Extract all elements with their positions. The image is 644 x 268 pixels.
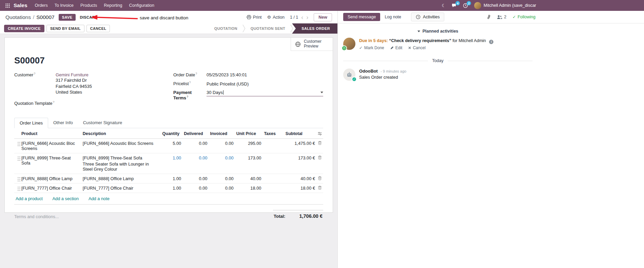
delete-row-icon[interactable] bbox=[316, 153, 323, 174]
customer-link[interactable]: Gemini Furniture bbox=[56, 72, 92, 77]
printer-icon bbox=[247, 15, 251, 19]
breadcrumb: Quotations / S00007 bbox=[5, 14, 55, 20]
menu-configuration[interactable]: Configuration bbox=[126, 0, 158, 11]
customer-preview-button[interactable]: Customer Preview bbox=[291, 38, 333, 51]
create-invoice-button[interactable]: CREATE INVOICE bbox=[4, 25, 44, 32]
menu-products[interactable]: Products bbox=[77, 0, 100, 11]
send-by-email-button[interactable]: SEND BY EMAIL bbox=[46, 25, 84, 32]
invoiced-cell: 0.00 bbox=[209, 183, 235, 193]
pager-previous-icon[interactable]: ‹ bbox=[301, 14, 303, 20]
print-button[interactable]: Print bbox=[247, 15, 262, 20]
activities-tab[interactable]: Activities bbox=[411, 13, 444, 21]
menu-reporting[interactable]: Reporting bbox=[100, 0, 125, 11]
col-product[interactable]: Product bbox=[20, 129, 81, 139]
chatter-thread: Planned activities Due in 5 days: “Check… bbox=[338, 23, 538, 81]
table-row[interactable]: [FURN_7777] Office Chair [FURN_7777] Off… bbox=[14, 183, 323, 193]
attachments-paperclip-icon[interactable] bbox=[486, 15, 491, 20]
description-cell: [FURN_8888] Office Lamp bbox=[81, 174, 161, 183]
add-product-link[interactable]: Add a product bbox=[16, 196, 43, 201]
apps-grid-icon[interactable] bbox=[3, 0, 12, 11]
planned-activities-header[interactable]: Planned activities bbox=[338, 29, 538, 34]
drag-handle-icon[interactable] bbox=[18, 156, 19, 157]
delete-row-icon[interactable] bbox=[316, 138, 323, 153]
status-step-quotation-sent[interactable]: QUOTATION SENT bbox=[246, 23, 290, 34]
cancel-button[interactable]: CANCEL bbox=[86, 25, 110, 32]
menu-to-invoice[interactable]: To Invoice bbox=[51, 0, 77, 11]
user-menu[interactable]: Mitchell Admin (save_discar bbox=[474, 2, 536, 9]
col-taxes[interactable]: Taxes bbox=[262, 129, 284, 139]
breadcrumb-current: S00007 bbox=[36, 14, 54, 20]
status-step-quotation[interactable]: QUOTATION bbox=[209, 23, 242, 34]
customer-field-value: Gemini Furniture 317 Fairchild Dr Fairfi… bbox=[56, 72, 92, 95]
col-subtotal[interactable]: Subtotal bbox=[284, 129, 316, 139]
odoobot-avatar: ✓ bbox=[343, 69, 355, 81]
delete-row-icon[interactable] bbox=[316, 174, 323, 183]
activities-badge: 2 bbox=[467, 1, 471, 5]
invoiced-cell: 0.00 bbox=[209, 174, 235, 183]
table-row[interactable]: [FURN_6666] Acoustic Bloc Screens [FURN_… bbox=[14, 138, 323, 153]
product-cell: [FURN_8888] Office Lamp bbox=[20, 174, 81, 183]
log-note-button[interactable]: Log note bbox=[380, 13, 406, 21]
today-divider: Today bbox=[343, 58, 532, 63]
chatter-panel: Send message Log note Activities 2 ✓ bbox=[337, 11, 644, 268]
breadcrumb-quotations-link[interactable]: Quotations bbox=[5, 14, 31, 20]
drag-handle-icon[interactable] bbox=[18, 187, 19, 188]
followers-button[interactable]: 2 bbox=[497, 15, 506, 19]
optional-columns-icon[interactable] bbox=[316, 129, 323, 139]
dropdown-caret-icon[interactable] bbox=[320, 92, 323, 93]
add-note-link[interactable]: Add a note bbox=[89, 196, 110, 201]
following-button[interactable]: ✓ Following bbox=[512, 15, 535, 19]
payment-terms-input[interactable]: 30 Days bbox=[207, 90, 323, 96]
new-button[interactable]: New bbox=[314, 13, 332, 21]
pager-next-icon[interactable]: › bbox=[306, 14, 308, 20]
order-date-value[interactable]: 05/25/2023 15:40:01 bbox=[207, 72, 247, 77]
col-invoiced[interactable]: Invoiced bbox=[209, 129, 235, 139]
status-step-sales-order[interactable]: SALES ORDER bbox=[292, 23, 337, 34]
unit-price-cell: 40.00 bbox=[235, 174, 263, 183]
menu-orders[interactable]: Orders bbox=[32, 0, 51, 11]
pricelist-value[interactable]: Public Pricelist (USD) bbox=[207, 81, 249, 87]
mark-done-button[interactable]: ✓Mark Done bbox=[359, 45, 384, 50]
messages-icon[interactable]: 4 bbox=[452, 0, 457, 11]
form-view: Customer Preview S00007 Customer? Gemini… bbox=[0, 34, 337, 268]
status-chevron-icon bbox=[242, 23, 246, 34]
activity-due: Due in 5 days: bbox=[359, 38, 388, 43]
product-cell: [FURN_8999] Three-Seat Sofa bbox=[20, 153, 81, 174]
form-statusbar: CREATE INVOICE SEND BY EMAIL CANCEL QUOT… bbox=[0, 23, 337, 34]
activities-clock-icon[interactable]: 2 bbox=[463, 0, 468, 11]
product-cell: [FURN_7777] Office Chair bbox=[20, 183, 81, 193]
tab-other-info[interactable]: Other Info bbox=[48, 118, 78, 128]
col-unit-price[interactable]: Unit Price bbox=[235, 129, 263, 139]
collapse-caret-icon bbox=[417, 31, 420, 32]
dark-mode-moon-icon[interactable]: ☾ bbox=[442, 0, 446, 11]
edit-activity-button[interactable]: Edit bbox=[390, 45, 403, 50]
message-author[interactable]: OdooBot bbox=[359, 69, 378, 74]
customer-field-label: Customer? bbox=[14, 72, 56, 77]
clock-icon bbox=[416, 15, 421, 19]
messages-badge: 4 bbox=[455, 1, 460, 5]
order-total: Total: 1,706.00 € bbox=[273, 210, 323, 219]
info-icon[interactable]: i bbox=[489, 40, 493, 44]
drag-handle-icon[interactable] bbox=[18, 177, 19, 178]
save-button[interactable]: SAVE bbox=[59, 14, 76, 21]
send-message-button[interactable]: Send message bbox=[343, 13, 380, 21]
quantity-cell: 1.00 bbox=[161, 183, 183, 193]
tab-customer-signature[interactable]: Customer Signature bbox=[78, 118, 128, 128]
tab-order-lines[interactable]: Order Lines bbox=[14, 118, 48, 128]
terms-placeholder[interactable]: Terms and conditions... bbox=[14, 214, 59, 219]
col-delivered[interactable]: Delivered bbox=[182, 129, 209, 139]
drag-handle-icon[interactable] bbox=[18, 142, 19, 143]
text-cursor bbox=[223, 90, 223, 95]
table-row[interactable]: [FURN_8888] Office Lamp [FURN_8888] Offi… bbox=[14, 174, 323, 183]
form-sheet: Customer Preview S00007 Customer? Gemini… bbox=[4, 37, 333, 213]
action-menu-button[interactable]: ⚙ Action bbox=[267, 15, 285, 20]
cancel-activity-button[interactable]: Cancel bbox=[408, 45, 425, 50]
delete-row-icon[interactable] bbox=[316, 183, 323, 193]
col-description[interactable]: Description bbox=[81, 129, 161, 139]
add-section-link[interactable]: Add a section bbox=[53, 196, 79, 201]
delivered-cell: 0.00 bbox=[182, 153, 209, 174]
table-row[interactable]: [FURN_8999] Three-Seat Sofa [FURN_8999] … bbox=[14, 153, 323, 174]
col-quantity[interactable]: Quantity bbox=[161, 129, 183, 139]
odoo-app: Sales Orders To Invoice Products Reporti… bbox=[0, 0, 644, 268]
app-name[interactable]: Sales bbox=[14, 2, 27, 8]
